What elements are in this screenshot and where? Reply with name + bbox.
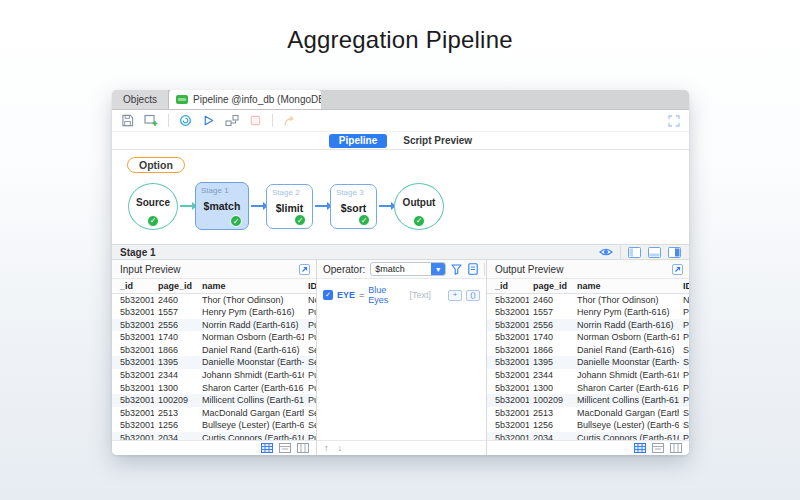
table-row[interactable]: 5b32001 2513 MacDonald Gargan (Earth-616… bbox=[487, 407, 689, 420]
save-icon[interactable] bbox=[121, 114, 134, 127]
toolbar bbox=[112, 110, 689, 132]
operator-label: Operator: bbox=[323, 264, 365, 275]
output-preview-panel: Output Preview _idpage_idnameID 5b32001 … bbox=[487, 260, 689, 455]
pipeline-tab-icon bbox=[176, 95, 188, 104]
pipeline-node-source[interactable]: Source ✓ bbox=[128, 183, 178, 230]
table-row[interactable]: 5b32001 1256 Bullseye (Lester) (Earth-61… bbox=[487, 419, 689, 432]
visibility-icon[interactable] bbox=[599, 247, 613, 257]
explain-icon[interactable] bbox=[179, 114, 192, 127]
export-add-icon[interactable] bbox=[144, 114, 158, 127]
table-row[interactable]: 5b32001 2034 Curtis Connors (Earth-616) … bbox=[487, 432, 689, 440]
toolbar-divider bbox=[272, 114, 273, 127]
table-row[interactable]: 5b32001 2344 Johann Shmidt (Earth-616) P… bbox=[487, 369, 689, 382]
stage-bar-divider bbox=[620, 246, 621, 259]
grid-view-icon[interactable] bbox=[634, 443, 646, 453]
column-header[interactable]: name bbox=[198, 279, 304, 293]
run-icon[interactable] bbox=[202, 114, 215, 127]
chevron-down-icon[interactable]: ▼ bbox=[431, 263, 445, 275]
condition-value[interactable]: Blue Eyes bbox=[368, 285, 405, 305]
stage1-title: Stage 1 bbox=[201, 186, 229, 195]
pipeline-node-stage3[interactable]: Stage 3 $sort ✓ bbox=[330, 184, 377, 229]
expand-icon[interactable] bbox=[672, 264, 683, 275]
table-row[interactable]: 5b32001 2460 Thor (Thor Odinson) No bbox=[112, 293, 316, 306]
filter-icon[interactable] bbox=[451, 264, 462, 275]
condition-value-type: [Text] bbox=[409, 290, 431, 300]
column-header[interactable]: _id bbox=[487, 279, 529, 293]
check-icon: ✓ bbox=[230, 215, 242, 227]
input-preview-header: Input Preview bbox=[112, 260, 316, 279]
export-result-icon[interactable] bbox=[283, 114, 297, 127]
condition-field[interactable]: EYE bbox=[337, 290, 355, 300]
column-header[interactable]: _id bbox=[112, 279, 154, 293]
operator-dropdown[interactable]: $match ▼ bbox=[370, 262, 446, 276]
tab-bar: Objects Pipeline @info_db (MongoDB... bbox=[112, 90, 689, 110]
condition-comparator[interactable]: = bbox=[359, 290, 364, 300]
flow-arrow-icon bbox=[315, 205, 328, 207]
table-row[interactable]: 5b32001 2513 MacDonald Gargan (Earth-616… bbox=[112, 407, 316, 420]
table-row[interactable]: 5b32001 1557 Henry Pym (Earth-616) Pub bbox=[112, 306, 316, 319]
pipeline-canvas: Option Source ✓ Stage 1 $match ✓ Stage 2… bbox=[112, 150, 689, 244]
column-view-icon[interactable] bbox=[297, 443, 309, 453]
layout-right-icon[interactable] bbox=[668, 247, 681, 258]
source-label: Source bbox=[136, 197, 170, 208]
table-row[interactable]: 5b32001 100209 Millicent Collins (Earth-… bbox=[487, 394, 689, 407]
table-row[interactable]: 5b32001 2460 Thor (Thor Odinson) No bbox=[487, 293, 689, 306]
document-icon[interactable] bbox=[468, 263, 478, 275]
table-row[interactable]: 5b32001 2556 Norrin Radd (Earth-616) Pub bbox=[487, 319, 689, 332]
check-icon: ✓ bbox=[294, 214, 306, 226]
stage1-operator: $match bbox=[196, 200, 248, 212]
column-header[interactable]: name bbox=[573, 279, 679, 293]
column-view-icon[interactable] bbox=[670, 443, 682, 453]
layout-left-icon[interactable] bbox=[628, 247, 641, 258]
expand-icon[interactable] bbox=[299, 264, 310, 275]
tab-objects[interactable]: Objects bbox=[112, 90, 169, 109]
add-condition-button[interactable]: + bbox=[448, 290, 462, 301]
fullscreen-icon[interactable] bbox=[668, 115, 680, 127]
pipeline-node-stage2[interactable]: Stage 2 $limit ✓ bbox=[266, 184, 313, 229]
form-view-icon[interactable] bbox=[279, 443, 291, 453]
stop-icon[interactable] bbox=[249, 114, 262, 127]
stages-icon[interactable] bbox=[225, 114, 239, 127]
table-row[interactable]: 5b32001 1300 Sharon Carter (Earth-616) P… bbox=[112, 382, 316, 395]
grid-view-icon[interactable] bbox=[261, 443, 273, 453]
check-icon: ✓ bbox=[413, 215, 425, 227]
table-row[interactable]: 5b32001 1395 Danielle Moonstar (Earth-61… bbox=[112, 356, 316, 369]
table-row[interactable]: 5b32001 100209 Millicent Collins (Earth-… bbox=[112, 394, 316, 407]
form-view-icon[interactable] bbox=[652, 443, 664, 453]
move-up-icon[interactable]: ↑ bbox=[324, 444, 329, 453]
view-tab-pipeline[interactable]: Pipeline bbox=[329, 134, 387, 148]
output-preview-header: Output Preview bbox=[487, 260, 689, 279]
column-header[interactable]: page_id bbox=[154, 279, 198, 293]
column-header[interactable]: ID bbox=[679, 279, 689, 293]
table-row[interactable]: 5b32001 1740 Norman Osborn (Earth-616) P… bbox=[487, 331, 689, 344]
layout-bottom-icon[interactable] bbox=[648, 247, 661, 258]
flow-arrow-icon bbox=[379, 205, 392, 207]
stage3-operator: $sort bbox=[331, 202, 376, 214]
table-row[interactable]: 5b32001 1395 Danielle Moonstar (Earth-61… bbox=[487, 356, 689, 369]
table-row[interactable]: 5b32001 2556 Norrin Radd (Earth-616) Pub bbox=[112, 319, 316, 332]
toolbar-divider bbox=[168, 114, 169, 127]
table-row[interactable]: 5b32001 1256 Bullseye (Lester) (Earth-61… bbox=[112, 419, 316, 432]
operator-footer: ↑ ↓ bbox=[317, 440, 486, 455]
match-condition-row[interactable]: ✓ EYE = Blue Eyes [Text] + () bbox=[323, 285, 480, 305]
operator-panel: Operator: $match ▼ bbox=[317, 260, 487, 455]
table-row[interactable]: 5b32001 1866 Daniel Rand (Earth-616) Sec bbox=[487, 344, 689, 357]
move-down-icon[interactable]: ↓ bbox=[338, 444, 343, 453]
pipeline-node-stage1[interactable]: Stage 1 $match ✓ bbox=[195, 182, 249, 230]
tab-pipeline[interactable]: Pipeline @info_db (MongoDB... bbox=[169, 90, 321, 109]
checkbox-checked-icon[interactable]: ✓ bbox=[323, 290, 333, 300]
column-header[interactable]: page_id bbox=[529, 279, 573, 293]
table-row[interactable]: 5b32001 1557 Henry Pym (Earth-616) Pub bbox=[487, 306, 689, 319]
table-row[interactable]: 5b32001 2344 Johann Shmidt (Earth-616) P… bbox=[112, 369, 316, 382]
column-header[interactable]: ID bbox=[304, 279, 316, 293]
view-tab-script-preview[interactable]: Script Preview bbox=[403, 135, 472, 146]
input-table-header-row: _idpage_idnameID bbox=[112, 279, 316, 293]
table-row[interactable]: 5b32001 1740 Norman Osborn (Earth-616) P… bbox=[112, 331, 316, 344]
group-condition-button[interactable]: () bbox=[466, 290, 480, 301]
option-button[interactable]: Option bbox=[127, 157, 185, 173]
page-title: Aggregation Pipeline bbox=[0, 26, 800, 54]
table-row[interactable]: 5b32001 1300 Sharon Carter (Earth-616) P… bbox=[487, 382, 689, 395]
table-row[interactable]: 5b32001 2034 Curtis Connors (Earth-616) … bbox=[112, 432, 316, 440]
table-row[interactable]: 5b32001 1866 Daniel Rand (Earth-616) Sec bbox=[112, 344, 316, 357]
pipeline-node-output[interactable]: Output ✓ bbox=[394, 183, 444, 230]
